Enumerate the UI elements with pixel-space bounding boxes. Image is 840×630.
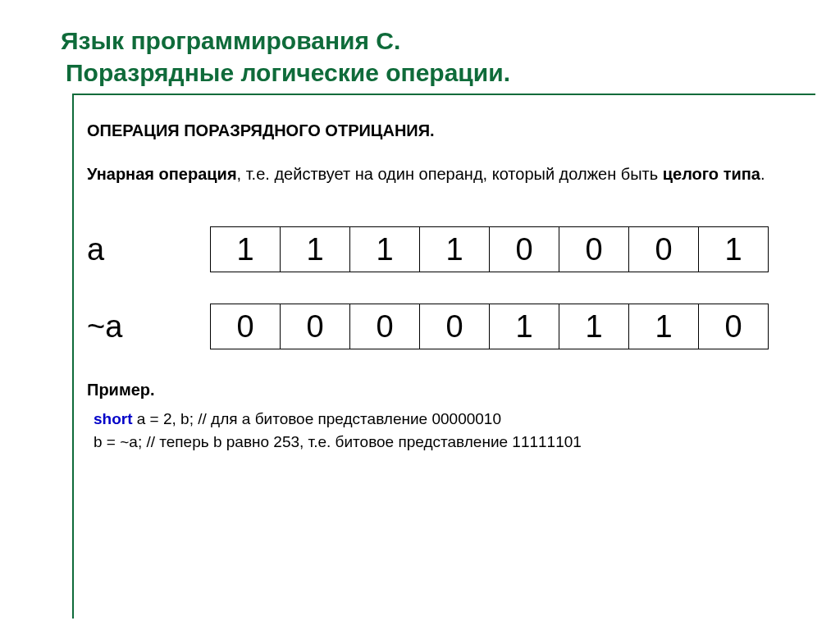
title-line-2: Поразрядные логические операции. [66,57,791,89]
bit-cell: 0 [349,304,420,349]
bit-cell: 0 [489,226,559,272]
bit-cell: 1 [280,226,350,272]
title-rule [72,94,791,100]
code-line-2: b = ~a; // теперь b равно 253, т.е. бито… [94,431,783,454]
bit-cell: 1 [559,304,629,349]
bitrow-nota-label: ~a [87,309,210,345]
bit-cell: 0 [210,304,281,349]
bit-cell: 0 [419,304,490,349]
title-line-1: Язык программирования С. [61,25,791,57]
bit-cell: 0 [628,226,699,272]
example-heading: Пример. [87,381,783,399]
bit-cell: 0 [559,226,629,272]
description-paragraph: Унарная операция, т.е. действует на один… [87,163,783,185]
code-block: short a = 2, b; // для a битовое предста… [94,408,783,453]
para-mid: , т.е. действует на один операнд, которы… [237,165,663,183]
bitrow-a-label: a [87,232,210,267]
bit-cell: 1 [349,226,420,272]
bit-cell: 1 [698,226,769,272]
bit-cell: 1 [489,304,559,349]
code-line-1: short a = 2, b; // для a битовое предста… [94,408,783,431]
keyword-short: short [94,410,133,427]
bit-cell: 1 [628,304,699,349]
bitrow-a: a 1 1 1 1 0 0 0 1 [87,226,783,272]
bit-cell: 1 [419,226,490,272]
bit-cell: 1 [210,226,281,272]
bit-cell: 0 [280,304,350,349]
para-tail-bold: целого типа [663,165,760,183]
bitgrid-a: 1 1 1 1 0 0 0 1 [210,226,769,272]
bitgrid-nota: 0 0 0 0 1 1 1 0 [210,304,769,349]
slide-title: Язык программирования С. Поразрядные лог… [61,25,791,89]
section-heading: ОПЕРАЦИЯ ПОРАЗРЯДНОГО ОТРИЦАНИЯ. [87,121,783,140]
para-lead-bold: Унарная операция [87,165,237,183]
bitrow-nota: ~a 0 0 0 0 1 1 1 0 [87,304,783,349]
code-line-1-rest: a = 2, b; // для a битовое представление… [133,410,501,427]
bit-cell: 0 [698,304,769,349]
para-end: . [760,165,765,183]
